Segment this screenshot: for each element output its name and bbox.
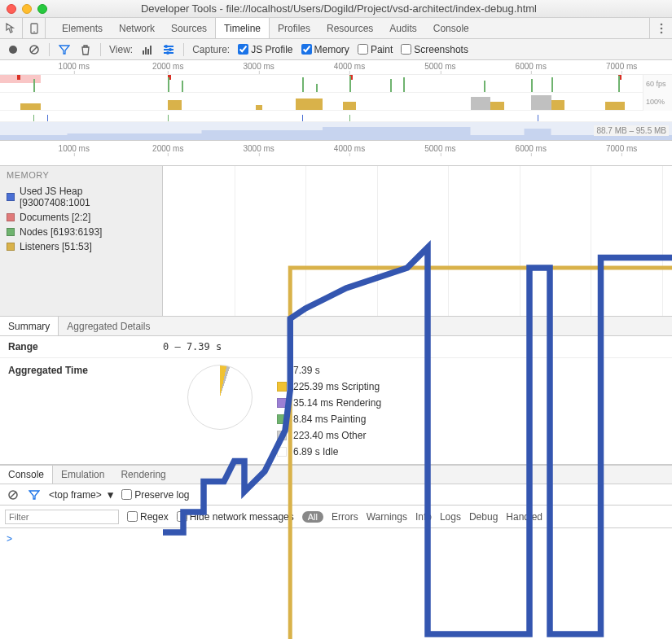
svg-point-5	[9, 46, 17, 54]
tab-network[interactable]: Network	[111, 18, 163, 38]
memory-item-label: Nodes [6193:6193]	[20, 226, 102, 238]
window-title: Developer Tools - file://localhost/Users…	[12, 2, 665, 15]
aggregated-time-label: Aggregated Time	[8, 365, 155, 457]
ruler-tick: 4000 ms	[334, 144, 365, 153]
overview-fps-row	[0, 75, 672, 93]
detail-tab-aggregated[interactable]: Aggregated Details	[59, 317, 158, 335]
js-profile-label: JS Profile	[251, 44, 292, 55]
memory-item-documents[interactable]: Documents [2:2]	[0, 210, 162, 225]
detail-tab-summary[interactable]: Summary	[0, 317, 59, 335]
svg-point-15	[165, 45, 168, 48]
inspect-element-icon[interactable]	[0, 18, 23, 38]
cpu-label: 100%	[646, 98, 672, 106]
window-titlebar: Developer Tools - file://localhost/Users…	[0, 0, 672, 18]
capture-paint-checkbox[interactable]: Paint	[358, 44, 393, 55]
memory-range-label: 88.7 MB – 95.5 MB	[594, 125, 669, 136]
ruler-tick: 6000 ms	[516, 62, 547, 71]
memory-item-nodes[interactable]: Nodes [6193:6193]	[0, 225, 162, 239]
frame-selector[interactable]: <top frame> ▼	[49, 489, 113, 501]
capture-memory-checkbox[interactable]: Memory	[301, 44, 349, 55]
ruler-tick: 3000 ms	[243, 144, 274, 153]
memory-item-label: Listeners [51:53]	[20, 241, 92, 252]
filter-icon[interactable]	[58, 43, 71, 56]
svg-point-17	[166, 51, 169, 55]
clear-button[interactable]	[28, 43, 41, 56]
timeline-toolbar: View: Capture: JS Profile Memory Paint S…	[0, 39, 672, 60]
overview-ruler-bottom: 1000 ms 2000 ms 3000 ms 4000 ms 5000 ms …	[0, 140, 672, 156]
view-flame-icon[interactable]	[141, 43, 154, 56]
memory-panel: MEMORY Used JS Heap [93007408:1001 Docum…	[0, 166, 672, 317]
svg-line-7	[31, 46, 37, 53]
overflow-menu-icon[interactable]	[649, 18, 672, 38]
devtools-tabstrip: Elements Network Sources Timeline Profil…	[0, 18, 672, 39]
svg-point-1	[33, 31, 35, 33]
ruler-tick: 4000 ms	[334, 62, 365, 71]
svg-rect-10	[147, 49, 149, 55]
svg-point-3	[660, 27, 662, 29]
paint-label: Paint	[371, 44, 393, 55]
console-prompt: >	[7, 533, 12, 545]
overview-cpu-row	[0, 93, 672, 111]
overview-ruler-top: 1000 ms 2000 ms 3000 ms 4000 ms 5000 ms …	[0, 60, 672, 75]
svg-point-4	[660, 31, 662, 33]
ruler-tick: 3000 ms	[243, 62, 274, 71]
frame-selector-value: <top frame>	[49, 489, 102, 501]
record-button[interactable]	[7, 43, 20, 56]
memory-label: Memory	[314, 44, 349, 55]
view-heavyweight-icon[interactable]	[162, 43, 175, 56]
ruler-tick: 2000 ms	[152, 144, 183, 153]
svg-point-2	[660, 23, 662, 25]
svg-point-16	[169, 48, 172, 51]
ruler-tick: 6000 ms	[516, 144, 547, 153]
overview-marker-row	[0, 111, 672, 122]
svg-line-20	[10, 492, 16, 498]
memory-item-heap[interactable]: Used JS Heap [93007408:1001	[0, 184, 162, 210]
ruler-tick: 1000 ms	[59, 62, 90, 71]
console-clear-icon[interactable]	[7, 488, 20, 501]
ruler-tick: 5000 ms	[424, 62, 455, 71]
capture-label: Capture:	[192, 44, 230, 55]
view-label: View:	[109, 44, 133, 55]
fps-label: 60 fps	[646, 80, 672, 88]
timeline-overview[interactable]: 1000 ms 2000 ms 3000 ms 4000 ms 5000 ms …	[0, 60, 672, 166]
svg-rect-9	[145, 47, 147, 55]
tab-elements[interactable]: Elements	[54, 18, 111, 38]
memory-legend: MEMORY Used JS Heap [93007408:1001 Docum…	[0, 166, 163, 316]
tab-console[interactable]: Console	[425, 18, 477, 38]
overview-side-labels: 60 fps 100%	[643, 75, 672, 111]
tab-resources[interactable]: Resources	[318, 18, 381, 38]
svg-rect-8	[143, 50, 144, 55]
memory-item-label: Documents [2:2]	[20, 212, 90, 223]
range-label: Range	[8, 341, 163, 352]
console-filter-input[interactable]	[5, 510, 119, 524]
memory-chart[interactable]	[163, 166, 672, 316]
device-mode-icon[interactable]	[23, 18, 46, 38]
memory-header: MEMORY	[0, 166, 162, 184]
garbage-collect-icon[interactable]	[79, 43, 92, 56]
ruler-tick: 1000 ms	[59, 144, 90, 153]
capture-screenshots-checkbox[interactable]: Screenshots	[401, 44, 468, 55]
screenshots-label: Screenshots	[414, 44, 468, 55]
memory-item-listeners[interactable]: Listeners [51:53]	[0, 239, 162, 254]
tab-audits[interactable]: Audits	[381, 18, 424, 38]
console-filter-icon[interactable]	[28, 488, 41, 501]
overview-memory-row: 88.7 MB – 95.5 MB	[0, 122, 672, 140]
svg-rect-11	[150, 46, 152, 55]
memory-item-label: Used JS Heap [93007408:1001	[20, 186, 156, 208]
tab-sources[interactable]: Sources	[163, 18, 215, 38]
ruler-tick: 7000 ms	[606, 62, 637, 71]
drawer-tab-console[interactable]: Console	[0, 466, 53, 484]
drawer-tab-emulation[interactable]: Emulation	[53, 466, 112, 484]
ruler-tick: 5000 ms	[424, 144, 455, 153]
tab-timeline[interactable]: Timeline	[215, 18, 270, 38]
tab-profiles[interactable]: Profiles	[270, 18, 318, 38]
ruler-tick: 2000 ms	[152, 62, 183, 71]
ruler-tick: 7000 ms	[606, 144, 637, 153]
capture-js-profile-checkbox[interactable]: JS Profile	[238, 44, 292, 55]
